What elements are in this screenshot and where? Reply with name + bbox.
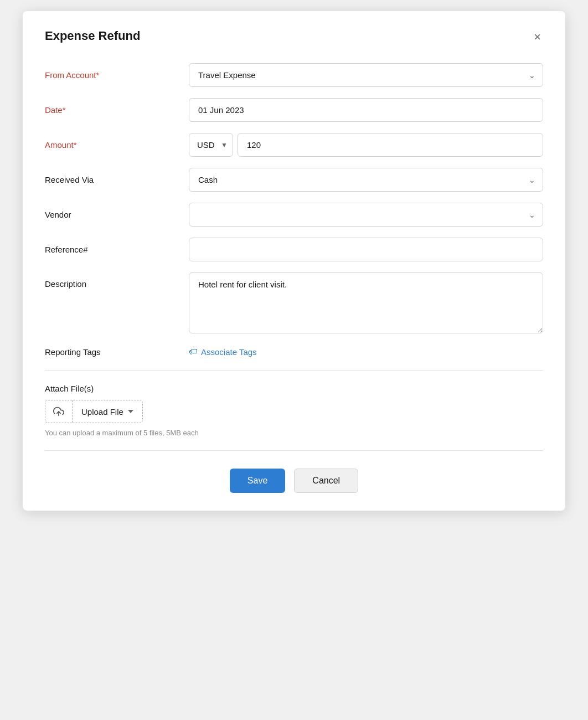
vendor-select-wrapper: ⌄ <box>189 203 543 227</box>
save-button[interactable]: Save <box>230 469 285 493</box>
reporting-tags-row: Reporting Tags 🏷 Associate Tags <box>45 347 543 357</box>
received-via-select-wrapper: Cash Bank Transfer Credit Card Cheque ⌄ <box>189 168 543 192</box>
date-label: Date* <box>45 105 189 115</box>
associate-tags-label: Associate Tags <box>201 347 257 357</box>
currency-select-wrapper: USD EUR GBP INR ▼ <box>189 133 233 157</box>
received-via-control: Cash Bank Transfer Credit Card Cheque ⌄ <box>189 168 543 192</box>
upload-icon <box>53 406 64 417</box>
expense-refund-modal: Expense Refund × From Account* Travel Ex… <box>23 11 565 511</box>
upload-btn-wrapper: Upload File <box>45 400 143 423</box>
description-textarea[interactable]: Hotel rent for client visit. <box>189 272 543 333</box>
reference-label: Reference# <box>45 245 189 254</box>
divider-2 <box>45 450 543 451</box>
close-button[interactable]: × <box>532 29 543 45</box>
modal-header: Expense Refund × <box>45 29 543 45</box>
currency-select[interactable]: USD EUR GBP INR <box>189 133 233 157</box>
description-control: Hotel rent for client visit. <box>189 272 543 336</box>
date-control: 01 Jun 2023 <box>189 98 543 122</box>
reporting-tags-control: 🏷 Associate Tags <box>189 347 543 357</box>
form-footer: Save Cancel <box>45 469 543 493</box>
received-via-select[interactable]: Cash Bank Transfer Credit Card Cheque <box>189 168 543 192</box>
associate-tags-link[interactable]: 🏷 Associate Tags <box>189 347 257 357</box>
from-account-row: From Account* Travel Expense Office Expe… <box>45 63 543 87</box>
reference-row: Reference# <box>45 238 543 261</box>
from-account-select[interactable]: Travel Expense Office Expense Utilities <box>189 63 543 87</box>
amount-control: USD EUR GBP INR ▼ 120 <box>189 133 543 157</box>
attach-title: Attach File(s) <box>45 384 543 393</box>
amount-group: USD EUR GBP INR ▼ 120 <box>189 133 543 157</box>
from-account-label: From Account* <box>45 70 189 80</box>
upload-dropdown-icon <box>128 410 133 413</box>
date-input[interactable]: 01 Jun 2023 <box>189 98 543 122</box>
tag-icon: 🏷 <box>189 347 198 357</box>
amount-input[interactable]: 120 <box>238 133 543 157</box>
modal-title: Expense Refund <box>45 29 140 43</box>
amount-row: Amount* USD EUR GBP INR ▼ 120 <box>45 133 543 157</box>
vendor-label: Vendor <box>45 210 189 219</box>
upload-icon-button[interactable] <box>45 400 73 423</box>
vendor-select[interactable] <box>189 203 543 227</box>
reference-input[interactable] <box>189 238 543 261</box>
description-row: Description Hotel rent for client visit. <box>45 272 543 336</box>
from-account-select-wrapper: Travel Expense Office Expense Utilities … <box>189 63 543 87</box>
from-account-control: Travel Expense Office Expense Utilities … <box>189 63 543 87</box>
attach-section: Attach File(s) Upload File You can uploa… <box>45 384 543 437</box>
upload-file-button[interactable]: Upload File <box>73 400 142 423</box>
upload-hint: You can upload a maximum of 5 files, 5MB… <box>45 429 543 437</box>
amount-label: Amount* <box>45 140 189 150</box>
upload-file-label: Upload File <box>81 407 123 416</box>
cancel-button[interactable]: Cancel <box>294 469 358 493</box>
upload-area: Upload File <box>45 400 543 423</box>
divider-1 <box>45 370 543 371</box>
received-via-label: Received Via <box>45 175 189 184</box>
reference-control <box>189 238 543 261</box>
date-row: Date* 01 Jun 2023 <box>45 98 543 122</box>
reporting-tags-label: Reporting Tags <box>45 347 189 357</box>
vendor-control: ⌄ <box>189 203 543 227</box>
description-label: Description <box>45 272 189 289</box>
received-via-row: Received Via Cash Bank Transfer Credit C… <box>45 168 543 192</box>
vendor-row: Vendor ⌄ <box>45 203 543 227</box>
